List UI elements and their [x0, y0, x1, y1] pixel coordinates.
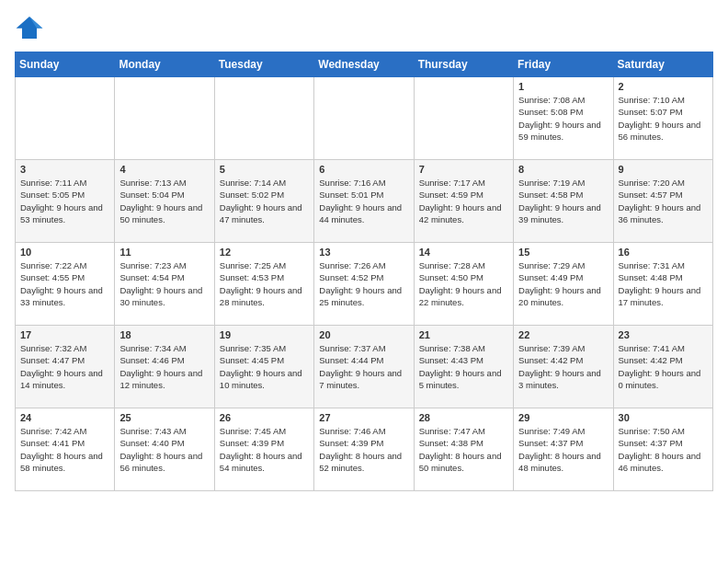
day-number: 29	[518, 412, 608, 423]
calendar-cell: 8Sunrise: 7:19 AM Sunset: 4:58 PM Daylig…	[514, 160, 613, 243]
calendar-week-row: 17Sunrise: 7:32 AM Sunset: 4:47 PM Dayli…	[16, 326, 713, 408]
day-number: 3	[20, 164, 109, 175]
calendar-cell: 14Sunrise: 7:28 AM Sunset: 4:50 PM Dayli…	[414, 243, 513, 326]
calendar-cell: 21Sunrise: 7:38 AM Sunset: 4:43 PM Dayli…	[414, 326, 513, 408]
calendar-cell: 13Sunrise: 7:26 AM Sunset: 4:52 PM Dayli…	[314, 243, 414, 326]
calendar-cell: 1Sunrise: 7:08 AM Sunset: 5:08 PM Daylig…	[514, 77, 613, 160]
day-number: 17	[20, 329, 109, 340]
day-number: 1	[518, 81, 608, 92]
day-number: 10	[20, 247, 109, 258]
day-info: Sunrise: 7:43 AM Sunset: 4:40 PM Dayligh…	[119, 425, 209, 474]
calendar-cell: 6Sunrise: 7:16 AM Sunset: 5:01 PM Daylig…	[314, 160, 414, 243]
calendar-cell: 17Sunrise: 7:32 AM Sunset: 4:47 PM Dayli…	[16, 326, 115, 408]
calendar-cell: 27Sunrise: 7:46 AM Sunset: 4:39 PM Dayli…	[314, 408, 414, 491]
column-header-saturday: Saturday	[613, 52, 712, 77]
day-info: Sunrise: 7:42 AM Sunset: 4:41 PM Dayligh…	[20, 425, 109, 474]
day-info: Sunrise: 7:25 AM Sunset: 4:53 PM Dayligh…	[220, 259, 309, 308]
day-number: 23	[619, 329, 708, 340]
day-number: 15	[518, 247, 608, 258]
day-number: 13	[319, 247, 408, 258]
calendar-cell: 16Sunrise: 7:31 AM Sunset: 4:48 PM Dayli…	[613, 243, 712, 326]
day-info: Sunrise: 7:37 AM Sunset: 4:44 PM Dayligh…	[319, 342, 408, 391]
calendar-cell: 9Sunrise: 7:20 AM Sunset: 4:57 PM Daylig…	[613, 160, 712, 243]
day-number: 7	[419, 164, 508, 175]
day-info: Sunrise: 7:50 AM Sunset: 4:37 PM Dayligh…	[619, 425, 708, 474]
logo	[15, 15, 48, 40]
calendar-cell: 15Sunrise: 7:29 AM Sunset: 4:49 PM Dayli…	[514, 243, 613, 326]
calendar-cell: 5Sunrise: 7:14 AM Sunset: 5:02 PM Daylig…	[214, 160, 313, 243]
calendar-cell: 20Sunrise: 7:37 AM Sunset: 4:44 PM Dayli…	[314, 326, 414, 408]
calendar-table: SundayMondayTuesdayWednesdayThursdayFrid…	[15, 52, 713, 491]
calendar-cell: 19Sunrise: 7:35 AM Sunset: 4:45 PM Dayli…	[214, 326, 313, 408]
calendar-cell: 3Sunrise: 7:11 AM Sunset: 5:05 PM Daylig…	[16, 160, 115, 243]
day-info: Sunrise: 7:20 AM Sunset: 4:57 PM Dayligh…	[619, 177, 708, 225]
day-info: Sunrise: 7:32 AM Sunset: 4:47 PM Dayligh…	[20, 342, 109, 391]
calendar-week-row: 24Sunrise: 7:42 AM Sunset: 4:41 PM Dayli…	[16, 408, 713, 491]
day-number: 2	[619, 81, 708, 92]
day-info: Sunrise: 7:14 AM Sunset: 5:02 PM Dayligh…	[220, 177, 309, 225]
day-number: 18	[119, 329, 209, 340]
day-number: 5	[220, 164, 309, 175]
calendar-cell: 12Sunrise: 7:25 AM Sunset: 4:53 PM Dayli…	[214, 243, 313, 326]
calendar-cell	[16, 77, 115, 160]
column-header-thursday: Thursday	[414, 52, 513, 77]
calendar-cell: 30Sunrise: 7:50 AM Sunset: 4:37 PM Dayli…	[613, 408, 712, 491]
day-info: Sunrise: 7:31 AM Sunset: 4:48 PM Dayligh…	[619, 259, 708, 308]
day-info: Sunrise: 7:10 AM Sunset: 5:07 PM Dayligh…	[619, 94, 708, 143]
calendar-cell: 11Sunrise: 7:23 AM Sunset: 4:54 PM Dayli…	[115, 243, 214, 326]
day-info: Sunrise: 7:23 AM Sunset: 4:54 PM Dayligh…	[119, 259, 209, 308]
day-info: Sunrise: 7:17 AM Sunset: 4:59 PM Dayligh…	[419, 177, 508, 225]
calendar-cell	[414, 77, 513, 160]
column-header-monday: Monday	[115, 52, 214, 77]
calendar-cell	[214, 77, 313, 160]
day-info: Sunrise: 7:34 AM Sunset: 4:46 PM Dayligh…	[119, 342, 209, 391]
calendar-cell: 28Sunrise: 7:47 AM Sunset: 4:38 PM Dayli…	[414, 408, 513, 491]
calendar-week-row: 3Sunrise: 7:11 AM Sunset: 5:05 PM Daylig…	[16, 160, 713, 243]
day-number: 16	[619, 247, 708, 258]
calendar-cell: 25Sunrise: 7:43 AM Sunset: 4:40 PM Dayli…	[115, 408, 214, 491]
day-number: 12	[220, 247, 309, 258]
day-number: 24	[20, 412, 109, 423]
calendar-cell: 18Sunrise: 7:34 AM Sunset: 4:46 PM Dayli…	[115, 326, 214, 408]
day-number: 4	[119, 164, 209, 175]
day-number: 25	[119, 412, 209, 423]
day-number: 22	[518, 329, 608, 340]
calendar-cell	[115, 77, 214, 160]
day-number: 21	[419, 329, 508, 340]
column-header-friday: Friday	[514, 52, 613, 77]
day-info: Sunrise: 7:47 AM Sunset: 4:38 PM Dayligh…	[419, 425, 508, 474]
calendar-cell: 22Sunrise: 7:39 AM Sunset: 4:42 PM Dayli…	[514, 326, 613, 408]
column-header-tuesday: Tuesday	[214, 52, 313, 77]
day-info: Sunrise: 7:38 AM Sunset: 4:43 PM Dayligh…	[419, 342, 508, 391]
day-number: 11	[119, 247, 209, 258]
calendar-cell: 23Sunrise: 7:41 AM Sunset: 4:42 PM Dayli…	[613, 326, 712, 408]
day-number: 20	[319, 329, 408, 340]
day-number: 28	[419, 412, 508, 423]
day-info: Sunrise: 7:45 AM Sunset: 4:39 PM Dayligh…	[220, 425, 309, 474]
calendar-cell: 26Sunrise: 7:45 AM Sunset: 4:39 PM Dayli…	[214, 408, 313, 491]
calendar-cell: 29Sunrise: 7:49 AM Sunset: 4:37 PM Dayli…	[514, 408, 613, 491]
column-header-wednesday: Wednesday	[314, 52, 414, 77]
day-info: Sunrise: 7:39 AM Sunset: 4:42 PM Dayligh…	[518, 342, 608, 391]
day-info: Sunrise: 7:29 AM Sunset: 4:49 PM Dayligh…	[518, 259, 608, 308]
day-number: 6	[319, 164, 408, 175]
day-info: Sunrise: 7:11 AM Sunset: 5:05 PM Dayligh…	[20, 177, 109, 225]
calendar-week-row: 10Sunrise: 7:22 AM Sunset: 4:55 PM Dayli…	[16, 243, 713, 326]
day-info: Sunrise: 7:13 AM Sunset: 5:04 PM Dayligh…	[119, 177, 209, 225]
column-header-sunday: Sunday	[16, 52, 115, 77]
day-info: Sunrise: 7:41 AM Sunset: 4:42 PM Dayligh…	[619, 342, 708, 391]
day-info: Sunrise: 7:35 AM Sunset: 4:45 PM Dayligh…	[220, 342, 309, 391]
day-info: Sunrise: 7:49 AM Sunset: 4:37 PM Dayligh…	[518, 425, 608, 474]
day-number: 27	[319, 412, 408, 423]
calendar-header-row: SundayMondayTuesdayWednesdayThursdayFrid…	[16, 52, 713, 77]
calendar-cell: 4Sunrise: 7:13 AM Sunset: 5:04 PM Daylig…	[115, 160, 214, 243]
day-number: 9	[619, 164, 708, 175]
day-info: Sunrise: 7:19 AM Sunset: 4:58 PM Dayligh…	[518, 177, 608, 225]
calendar-cell: 2Sunrise: 7:10 AM Sunset: 5:07 PM Daylig…	[613, 77, 712, 160]
calendar-cell	[314, 77, 414, 160]
calendar-week-row: 1Sunrise: 7:08 AM Sunset: 5:08 PM Daylig…	[16, 77, 713, 160]
day-info: Sunrise: 7:08 AM Sunset: 5:08 PM Dayligh…	[518, 94, 608, 143]
calendar-cell: 7Sunrise: 7:17 AM Sunset: 4:59 PM Daylig…	[414, 160, 513, 243]
day-number: 8	[518, 164, 608, 175]
calendar-cell: 24Sunrise: 7:42 AM Sunset: 4:41 PM Dayli…	[16, 408, 115, 491]
